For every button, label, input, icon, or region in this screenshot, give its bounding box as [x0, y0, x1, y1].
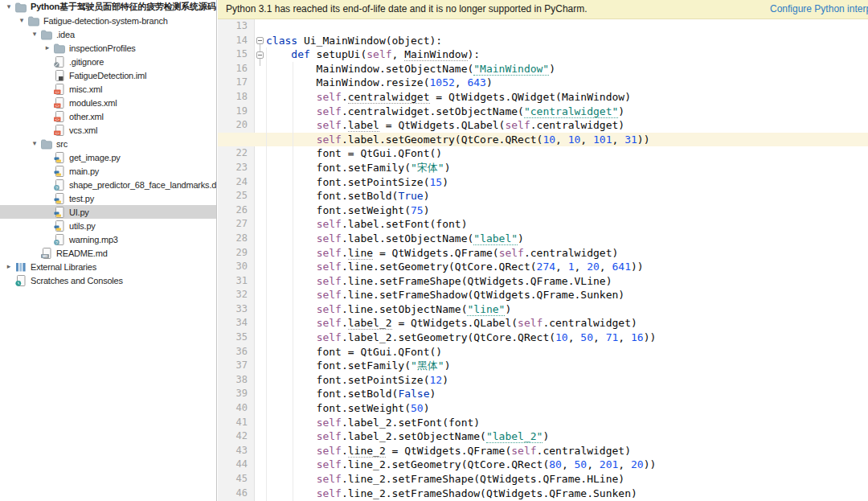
chevron-expanded-icon[interactable]: ▾ [29, 27, 40, 41]
configure-interpreter-link[interactable]: Configure Python interpreter [770, 3, 868, 14]
unknown-file-icon: ? [53, 233, 66, 246]
code-line: self.line_2 = QtWidgets.QFrame(self.cent… [266, 444, 656, 458]
code-line: font.setPointSize(15) [266, 175, 656, 190]
svg-text:<>: <> [55, 103, 59, 107]
line-number: 41 [218, 416, 254, 430]
line-number: 16 [218, 62, 254, 76]
tree-item-main-py[interactable]: main.py [0, 164, 216, 178]
chevron-collapsed-icon[interactable]: ▸ [42, 41, 53, 55]
line-number: 42 [218, 429, 254, 444]
code-line: self.line = QtWidgets.QFrame(self.centra… [266, 246, 656, 261]
line-number: 13 [218, 19, 254, 34]
code-line: font.setWeight(75) [266, 203, 656, 218]
code-editor[interactable]: class Ui_MainWindow(object): def setupUi… [266, 19, 656, 500]
line-number: 33 [218, 302, 254, 317]
tree-item-inspectionprofiles[interactable]: ▸inspectionProfiles [0, 41, 216, 55]
code-line: MainWindow.setObjectName("MainWindow") [266, 62, 656, 76]
tree-item-vcs-xml[interactable]: <>vcs.xml [0, 123, 216, 137]
line-number: 18 [218, 90, 254, 105]
line-number: 37 [218, 359, 254, 373]
line-number: 17 [218, 76, 254, 90]
editor-gutter[interactable]: 1314151617181920212223242526272829303132… [218, 19, 255, 501]
line-number: 19 [218, 105, 254, 119]
line-number: 20 [218, 118, 254, 133]
project-tree-panel[interactable]: ▾Python基于驾驶员面部特征的疲劳检测系统源码E:\引▾Fatigue-de… [0, 0, 217, 501]
tree-item-label: misc.xml [69, 84, 102, 94]
line-number: 36 [218, 345, 254, 359]
tree-item-get-image-py[interactable]: get_image.py [0, 150, 216, 164]
tree-item-src[interactable]: ▾src [0, 137, 216, 150]
fold-marker[interactable] [256, 51, 264, 59]
code-line: self.centralwidget = QtWidgets.QWidget(M… [266, 90, 656, 105]
tree-item-label: UI.py [69, 207, 89, 217]
code-line: self.label_2.setObjectName("label_2") [266, 429, 656, 444]
tree-item-python[interactable]: ▾Python基于驾驶员面部特征的疲劳检测系统源码E:\引 [0, 0, 216, 14]
tree-item-label: shape_predictor_68_face_landmarks.dat [69, 180, 216, 190]
code-line: font.setFamily("黑体") [266, 359, 656, 373]
chevron-expanded-icon[interactable]: ▾ [16, 14, 27, 27]
tree-item-scratches-and-consoles[interactable]: Scratches and Consoles [0, 273, 216, 287]
line-number: 45 [218, 472, 254, 487]
svg-text:?: ? [55, 185, 58, 190]
chevron-expanded-icon[interactable]: ▾ [3, 0, 14, 14]
tree-item-idea[interactable]: ▾.idea [0, 27, 216, 41]
tree-item-fatigue-detection-system-branch[interactable]: ▾Fatigue-detection-system-branch [0, 14, 216, 27]
python-file-icon [53, 192, 66, 205]
tree-item-label: inspectionProfiles [69, 43, 136, 53]
tree-item-test-py[interactable]: test.py [0, 191, 216, 205]
line-number: 35 [218, 331, 254, 345]
chevron-expanded-icon[interactable]: ▾ [29, 137, 40, 150]
chevron-collapsed-icon[interactable]: ▸ [3, 260, 14, 273]
svg-text:<>: <> [55, 117, 59, 121]
tree-item-modules-xml[interactable]: <>modules.xml [0, 96, 216, 109]
code-line: self.line.setObjectName("line") [266, 302, 656, 317]
unknown-file-icon: ? [53, 179, 66, 191]
tree-item-external-libraries[interactable]: ▸External Libraries [0, 260, 216, 273]
tree-item-label: get_image.py [69, 153, 121, 162]
tree-item-shape-predictor-68-face-landmarks-dat[interactable]: ?shape_predictor_68_face_landmarks.dat [0, 178, 216, 191]
tree-item-label: src [56, 139, 68, 149]
folder-icon [27, 14, 40, 27]
python-file-icon [53, 151, 66, 164]
svg-text:?: ? [55, 240, 58, 244]
banner-message: Python 3.1 has reached its end-of-life d… [226, 3, 588, 14]
tree-item-misc-xml[interactable]: <>misc.xml [0, 82, 216, 96]
line-number: 27 [218, 217, 254, 232]
line-number: 22 [218, 146, 254, 161]
tree-item-gitignore[interactable]: .gitignore [0, 55, 216, 68]
fold-marker[interactable] [256, 37, 264, 44]
tree-item-fatiguedetection-iml[interactable]: FatigueDetection.iml [0, 68, 216, 82]
tree-item-label: Fatigue-detection-system-branch [43, 16, 168, 26]
tree-item-label: Python基于驾驶员面部特征的疲劳检测系统源码 [31, 1, 215, 13]
xml-file-icon: <> [53, 97, 66, 109]
tree-item-label: .idea [56, 30, 75, 39]
line-number: 29 [218, 246, 254, 261]
code-line: self.line.setGeometry(QtCore.QRect(274, … [266, 260, 656, 274]
tree-item-label: warning.mp3 [69, 235, 118, 244]
folder-icon [53, 42, 66, 55]
tree-item-label: utils.py [69, 221, 96, 231]
tree-item-ui-py[interactable]: UI.py [0, 205, 216, 219]
folder-icon [14, 1, 27, 14]
line-number: 32 [218, 288, 254, 302]
code-line: font = QtGui.QFont() [266, 146, 656, 161]
tree-item-readme-md[interactable]: MDREADME.md [0, 246, 216, 260]
code-line: font.setFamily("宋体") [266, 161, 656, 175]
xml-file-icon: <> [53, 83, 66, 96]
xml-file-icon: <> [53, 124, 66, 137]
tree-item-label: .gitignore [69, 57, 104, 67]
external-libraries-icon [14, 261, 27, 273]
code-line: font.setBold(True) [266, 189, 656, 203]
tree-item-warning-mp3[interactable]: ?warning.mp3 [0, 232, 216, 246]
line-number: 46 [218, 487, 254, 501]
tree-item-other-xml[interactable]: <>other.xml [0, 109, 216, 123]
code-line: class Ui_MainWindow(object): [266, 34, 656, 48]
line-number: 25 [218, 189, 254, 203]
code-line: MainWindow.resize(1052, 643) [266, 76, 656, 90]
code-line: self.label_2.setFont(font) [266, 416, 656, 430]
xml-file-icon: <> [53, 110, 66, 123]
tree-item-label: README.md [56, 248, 108, 258]
svg-text:MD: MD [43, 254, 47, 258]
tree-item-label: vcs.xml [69, 125, 97, 135]
tree-item-utils-py[interactable]: utils.py [0, 219, 216, 232]
